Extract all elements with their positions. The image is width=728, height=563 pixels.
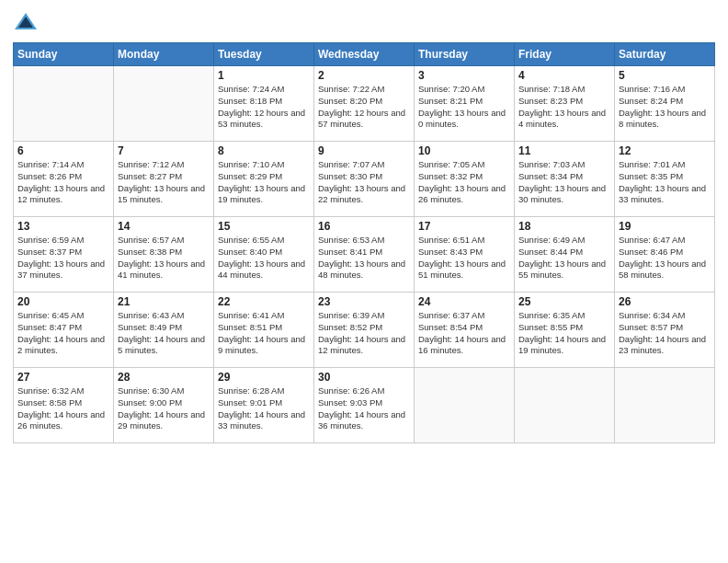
calendar-day-cell: 23Sunrise: 6:39 AMSunset: 8:52 PMDayligh… [314, 293, 415, 368]
day-number: 14 [118, 220, 210, 233]
day-number: 19 [619, 220, 711, 233]
day-number: 23 [318, 295, 410, 308]
calendar-container: SundayMondayTuesdayWednesdayThursdayFrid… [0, 0, 728, 563]
calendar-week-row: 13Sunrise: 6:59 AMSunset: 8:37 PMDayligh… [14, 217, 715, 293]
calendar-day-cell: 22Sunrise: 6:41 AMSunset: 8:51 PMDayligh… [214, 293, 314, 368]
day-header: Friday [515, 43, 615, 66]
day-number: 21 [118, 295, 210, 308]
day-number: 17 [418, 220, 510, 233]
day-info: Sunrise: 7:18 AMSunset: 8:23 PMDaylight:… [518, 84, 610, 131]
day-number: 1 [218, 69, 310, 82]
day-info: Sunrise: 6:41 AMSunset: 8:51 PMDaylight:… [218, 310, 310, 357]
calendar-day-cell [415, 368, 515, 443]
day-info: Sunrise: 6:35 AMSunset: 8:55 PMDaylight:… [518, 310, 610, 357]
calendar-day-cell: 12Sunrise: 7:01 AMSunset: 8:35 PMDayligh… [615, 142, 715, 217]
day-number: 30 [318, 371, 410, 384]
day-info: Sunrise: 7:14 AMSunset: 8:26 PMDaylight:… [17, 159, 109, 206]
calendar-day-cell: 11Sunrise: 7:03 AMSunset: 8:34 PMDayligh… [515, 142, 615, 217]
day-number: 28 [118, 371, 210, 384]
day-info: Sunrise: 6:51 AMSunset: 8:43 PMDaylight:… [418, 235, 510, 282]
calendar-day-cell: 8Sunrise: 7:10 AMSunset: 8:29 PMDaylight… [214, 142, 314, 217]
calendar-day-cell: 28Sunrise: 6:30 AMSunset: 9:00 PMDayligh… [114, 368, 214, 443]
day-number: 29 [218, 371, 310, 384]
calendar-week-row: 6Sunrise: 7:14 AMSunset: 8:26 PMDaylight… [14, 142, 715, 217]
day-header: Thursday [415, 43, 515, 66]
calendar-table: SundayMondayTuesdayWednesdayThursdayFrid… [13, 42, 715, 443]
day-number: 3 [418, 69, 510, 82]
calendar-day-cell [114, 66, 214, 142]
day-number: 15 [218, 220, 310, 233]
calendar-week-row: 27Sunrise: 6:32 AMSunset: 8:58 PMDayligh… [14, 368, 715, 443]
logo [13, 9, 40, 35]
calendar-day-cell: 18Sunrise: 6:49 AMSunset: 8:44 PMDayligh… [515, 217, 615, 293]
calendar-day-cell [14, 66, 114, 142]
day-number: 5 [619, 69, 711, 82]
calendar-day-cell [515, 368, 615, 443]
calendar-day-cell: 10Sunrise: 7:05 AMSunset: 8:32 PMDayligh… [415, 142, 515, 217]
day-info: Sunrise: 6:30 AMSunset: 9:00 PMDaylight:… [118, 385, 210, 432]
calendar-day-cell: 24Sunrise: 6:37 AMSunset: 8:54 PMDayligh… [415, 293, 515, 368]
calendar-day-cell: 2Sunrise: 7:22 AMSunset: 8:20 PMDaylight… [314, 66, 415, 142]
calendar-day-cell: 29Sunrise: 6:28 AMSunset: 9:01 PMDayligh… [214, 368, 314, 443]
day-number: 13 [17, 220, 109, 233]
day-info: Sunrise: 7:03 AMSunset: 8:34 PMDaylight:… [518, 159, 610, 206]
day-number: 20 [17, 295, 109, 308]
logo-icon [13, 9, 39, 35]
calendar-day-cell: 20Sunrise: 6:45 AMSunset: 8:47 PMDayligh… [14, 293, 114, 368]
day-info: Sunrise: 6:55 AMSunset: 8:40 PMDaylight:… [218, 235, 310, 282]
calendar-header-row: SundayMondayTuesdayWednesdayThursdayFrid… [14, 43, 715, 66]
calendar-day-cell: 1Sunrise: 7:24 AMSunset: 8:18 PMDaylight… [214, 66, 314, 142]
calendar-day-cell: 7Sunrise: 7:12 AMSunset: 8:27 PMDaylight… [114, 142, 214, 217]
day-info: Sunrise: 6:47 AMSunset: 8:46 PMDaylight:… [619, 235, 711, 282]
calendar-day-cell: 19Sunrise: 6:47 AMSunset: 8:46 PMDayligh… [615, 217, 715, 293]
calendar-day-cell: 4Sunrise: 7:18 AMSunset: 8:23 PMDaylight… [515, 66, 615, 142]
day-number: 26 [619, 295, 711, 308]
day-number: 12 [619, 144, 711, 157]
day-number: 6 [17, 144, 109, 157]
day-info: Sunrise: 6:53 AMSunset: 8:41 PMDaylight:… [318, 235, 410, 282]
day-info: Sunrise: 6:49 AMSunset: 8:44 PMDaylight:… [518, 235, 610, 282]
day-info: Sunrise: 6:37 AMSunset: 8:54 PMDaylight:… [418, 310, 510, 357]
day-info: Sunrise: 6:32 AMSunset: 8:58 PMDaylight:… [17, 385, 109, 432]
day-info: Sunrise: 6:59 AMSunset: 8:37 PMDaylight:… [17, 235, 109, 282]
day-number: 27 [17, 371, 109, 384]
calendar-day-cell: 21Sunrise: 6:43 AMSunset: 8:49 PMDayligh… [114, 293, 214, 368]
calendar-day-cell: 27Sunrise: 6:32 AMSunset: 8:58 PMDayligh… [14, 368, 114, 443]
day-info: Sunrise: 7:10 AMSunset: 8:29 PMDaylight:… [218, 159, 310, 206]
calendar-body: 1Sunrise: 7:24 AMSunset: 8:18 PMDaylight… [14, 66, 715, 443]
calendar-day-cell: 16Sunrise: 6:53 AMSunset: 8:41 PMDayligh… [314, 217, 415, 293]
day-info: Sunrise: 6:26 AMSunset: 9:03 PMDaylight:… [318, 385, 410, 432]
day-info: Sunrise: 7:16 AMSunset: 8:24 PMDaylight:… [619, 84, 711, 131]
calendar-day-cell: 13Sunrise: 6:59 AMSunset: 8:37 PMDayligh… [14, 217, 114, 293]
day-number: 18 [518, 220, 610, 233]
day-number: 8 [218, 144, 310, 157]
calendar-day-cell: 30Sunrise: 6:26 AMSunset: 9:03 PMDayligh… [314, 368, 415, 443]
day-info: Sunrise: 7:24 AMSunset: 8:18 PMDaylight:… [218, 84, 310, 131]
day-number: 22 [218, 295, 310, 308]
day-info: Sunrise: 7:07 AMSunset: 8:30 PMDaylight:… [318, 159, 410, 206]
day-info: Sunrise: 6:57 AMSunset: 8:38 PMDaylight:… [118, 235, 210, 282]
day-number: 2 [318, 69, 410, 82]
day-info: Sunrise: 6:28 AMSunset: 9:01 PMDaylight:… [218, 385, 310, 432]
day-info: Sunrise: 6:45 AMSunset: 8:47 PMDaylight:… [17, 310, 109, 357]
calendar-day-cell: 3Sunrise: 7:20 AMSunset: 8:21 PMDaylight… [415, 66, 515, 142]
calendar-week-row: 1Sunrise: 7:24 AMSunset: 8:18 PMDaylight… [14, 66, 715, 142]
day-info: Sunrise: 7:01 AMSunset: 8:35 PMDaylight:… [619, 159, 711, 206]
day-header: Tuesday [214, 43, 314, 66]
calendar-day-cell: 14Sunrise: 6:57 AMSunset: 8:38 PMDayligh… [114, 217, 214, 293]
day-info: Sunrise: 7:12 AMSunset: 8:27 PMDaylight:… [118, 159, 210, 206]
day-number: 16 [318, 220, 410, 233]
day-info: Sunrise: 7:20 AMSunset: 8:21 PMDaylight:… [418, 84, 510, 131]
day-number: 24 [418, 295, 510, 308]
day-number: 11 [518, 144, 610, 157]
day-info: Sunrise: 6:34 AMSunset: 8:57 PMDaylight:… [619, 310, 711, 357]
calendar-day-cell [615, 368, 715, 443]
day-header: Wednesday [314, 43, 415, 66]
calendar-day-cell: 15Sunrise: 6:55 AMSunset: 8:40 PMDayligh… [214, 217, 314, 293]
day-header: Monday [114, 43, 214, 66]
calendar-day-cell: 17Sunrise: 6:51 AMSunset: 8:43 PMDayligh… [415, 217, 515, 293]
calendar-week-row: 20Sunrise: 6:45 AMSunset: 8:47 PMDayligh… [14, 293, 715, 368]
day-number: 9 [318, 144, 410, 157]
calendar-day-cell: 6Sunrise: 7:14 AMSunset: 8:26 PMDaylight… [14, 142, 114, 217]
day-number: 10 [418, 144, 510, 157]
